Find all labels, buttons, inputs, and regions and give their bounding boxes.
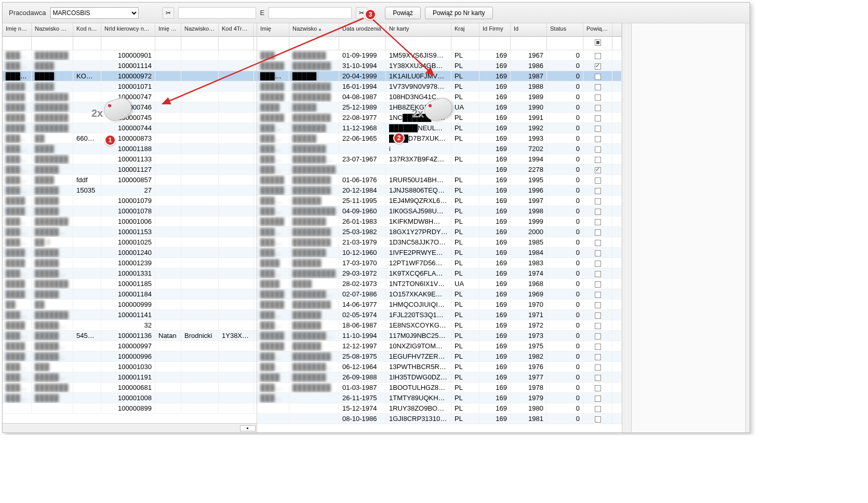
col-nrid[interactable]: NrId kierowcy na… — [101, 23, 155, 36]
linked-checkbox[interactable] — [583, 383, 612, 392]
linked-checkbox[interactable] — [583, 268, 612, 278]
table-row[interactable]: █████████████01-06-19761RUR50U14BH…PL169… — [257, 175, 622, 185]
table-row[interactable]: ███████████100001185 — [3, 279, 257, 289]
table-row[interactable]: ██████████████01-09-19991M59XVS6JIS9…PL1… — [257, 50, 622, 61]
table-row[interactable]: ███████████████16922780 — [257, 165, 622, 175]
linked-checkbox[interactable] — [583, 50, 612, 60]
table-row[interactable]: ████████████26-01-19831KIFKMDW8H…PL16919… — [257, 216, 622, 227]
linked-checkbox[interactable] — [583, 248, 612, 257]
col-kod-4t[interactable]: Kod 4Trans — [219, 23, 254, 36]
table-row[interactable]: █████████████31-10-19941Y38XXU34GB…PL169… — [257, 61, 622, 71]
linked-checkbox[interactable] — [583, 113, 612, 123]
linked-checkbox[interactable] — [583, 320, 612, 330]
table-row[interactable]: ████100000999 — [3, 300, 257, 310]
table-row[interactable]: ██████████████20-04-19991K1AILU0FJMV…PL1… — [257, 71, 622, 81]
linked-checkbox[interactable] — [583, 237, 612, 247]
linked-checkbox[interactable] — [583, 310, 612, 320]
table-row[interactable]: █████████25-12-19891HB8ZEKGBT1…UA1691990… — [257, 102, 622, 113]
table-row[interactable]: ████████████████02-07-19861O157XKAK9E…PL… — [257, 289, 622, 300]
table-row[interactable]: █████████████14-06-19771HMQCOJIUIQI0…PL1… — [257, 300, 622, 310]
linked-checkbox[interactable] — [583, 61, 612, 71]
table-row[interactable]: ████████████02-05-19741FJL220TS3Q1…PL169… — [257, 310, 622, 320]
scissors-button-1[interactable]: ✂ — [163, 7, 174, 19]
linked-checkbox[interactable] — [583, 185, 612, 195]
employer-select[interactable]: MARCOSBIS — [50, 7, 139, 19]
table-row[interactable]: █████████100001114 — [3, 61, 257, 71]
field2-input[interactable] — [269, 7, 352, 19]
table-row[interactable]: ████████████████25-03-198218GX1Y27PRDY…P… — [257, 227, 622, 237]
col-imie-4t[interactable]: Imię 4Trans — [155, 23, 181, 36]
table-row[interactable]: █████████████22-08-19771NC██████OI6…PL16… — [257, 113, 622, 123]
linked-checkbox[interactable] — [583, 279, 612, 289]
table-row[interactable]: ████████████████04-09-19601IK0GSAJ598U…P… — [257, 206, 622, 216]
linked-checkbox[interactable] — [583, 92, 612, 102]
table-row[interactable]: █████████KOD…100000972 — [3, 71, 257, 81]
left-hscroll[interactable]: ▸ — [3, 423, 257, 432]
linked-checkbox[interactable] — [583, 362, 612, 372]
table-row[interactable]: ██████████████100001133 — [3, 154, 257, 165]
linked-checkbox[interactable] — [583, 154, 612, 164]
table-row[interactable]: █████████100001079 — [3, 196, 257, 206]
table-row[interactable]: 15-12-19741RUY38ZO9BO2…PL16919800 — [257, 403, 622, 414]
table-row[interactable]: ███████26-11-19751TMTY89UQKH…PL16919790 — [257, 393, 622, 403]
linked-checkbox[interactable] — [583, 196, 612, 206]
col-imie-naw[interactable]: Imię n…▼ — [3, 23, 32, 36]
table-row[interactable]: ███████████26-09-19881IH35TDWG0DZ…PL1691… — [257, 372, 622, 383]
linked-checkbox[interactable] — [583, 133, 612, 143]
linked-checkbox[interactable] — [583, 227, 612, 237]
linked-checkbox[interactable] — [583, 331, 612, 341]
table-row[interactable]: ████████████100000901 — [3, 50, 257, 61]
table-row[interactable]: █████████100001184 — [3, 289, 257, 300]
table-row[interactable]: ████████████100001127 — [3, 165, 257, 175]
table-row[interactable]: █████████████04-08-1987108HD3NG41C…PL169… — [257, 92, 622, 102]
linked-checkbox[interactable] — [583, 71, 612, 81]
col-nazwisko-naw[interactable]: Nazwisko naw — [32, 23, 73, 36]
col-imie[interactable]: Imię — [257, 23, 289, 36]
col-data-ur[interactable]: Data urodzenia — [339, 23, 386, 36]
table-row[interactable]: ██████████5454…100001136NatanBrodnicki1Y… — [3, 331, 257, 341]
table-row[interactable]: ██████████17-03-197012PT1WF7D56…PL169198… — [257, 258, 622, 268]
table-row[interactable]: ████████████████11-10-1994117M0J9NBC25…P… — [257, 331, 622, 341]
table-row[interactable]: █████████████18-06-19871E8NSXCOYKG…PL169… — [257, 320, 622, 331]
col-nazwisko-4t[interactable]: Nazwisko 4T… — [181, 23, 219, 36]
table-row[interactable]: ███████████100000745 — [3, 113, 257, 123]
linked-checkbox[interactable] — [583, 102, 612, 112]
table-row[interactable]: ███████████100000744 — [3, 123, 257, 133]
col-status[interactable]: Status — [547, 23, 583, 36]
table-row[interactable]: █████████100001078 — [3, 206, 257, 216]
right-vscroll[interactable] — [622, 23, 631, 432]
table-row[interactable]: ██████████████████23-07-1967137R3X7B9F4Z… — [257, 154, 622, 165]
linked-checkbox[interactable] — [583, 165, 612, 174]
table-row[interactable]: █████████████100001331 — [3, 268, 257, 279]
table-row[interactable]: ████████████22-06-1965████D7B7XUK…PL1691… — [257, 133, 622, 144]
table-row[interactable]: ███████████████21-03-19791D3NC58JJK7O…PL… — [257, 237, 622, 248]
linked-checkbox[interactable] — [583, 289, 612, 299]
table-row[interactable]: ████████28-02-19731NT2TON6IX1V…UA1691968… — [257, 279, 622, 289]
col-kraj[interactable]: Kraj — [451, 23, 479, 36]
linked-checkbox[interactable] — [583, 258, 612, 268]
table-row[interactable]: ███████████████25-08-19751EGUFHV7ZER…PL1… — [257, 351, 622, 362]
linked-checkbox[interactable] — [583, 81, 612, 91]
table-row[interactable]: 08-10-19861GJI8CRP31310…PL16919810 — [257, 414, 622, 424]
far-right-vscroll[interactable] — [745, 23, 750, 432]
left-grid-body[interactable]: ████████████100000901█████████100001114█… — [3, 50, 257, 423]
linked-checkbox[interactable] — [583, 144, 612, 154]
table-row[interactable]: ████████100001030 — [3, 362, 257, 372]
table-row[interactable]: █████████100001239 — [3, 258, 257, 268]
linked-checkbox[interactable] — [583, 403, 612, 413]
col-nr-karty[interactable]: Nr karty — [386, 23, 451, 36]
col-id[interactable]: Id — [511, 23, 547, 36]
linked-checkbox[interactable] — [583, 351, 612, 361]
table-row[interactable]: ████████████100001006 — [3, 216, 257, 227]
linked-checkbox[interactable] — [583, 175, 612, 185]
col-kod-naw[interactable]: Kod naw — [73, 23, 101, 36]
table-row[interactable]: ███████████████01-03-19871BOOTULHGZ8…PL1… — [257, 383, 622, 393]
table-row[interactable]: ███████████████████z06-12-196413PWTHBCR5… — [257, 362, 622, 372]
table-row[interactable]: ███████████████100001153 — [3, 227, 257, 237]
link-by-card-button[interactable]: Powiąż po Nr karty — [425, 7, 493, 19]
linked-checkbox[interactable] — [583, 216, 612, 226]
linked-checkbox[interactable] — [583, 341, 612, 351]
linked-checkbox[interactable] — [583, 393, 612, 403]
field1-input[interactable] — [178, 7, 256, 19]
table-row[interactable]: █████████660…100000873 — [3, 133, 257, 144]
